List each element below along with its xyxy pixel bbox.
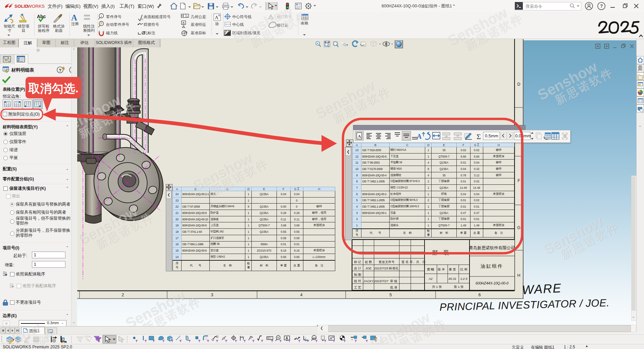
- svg-text:2: 2: [122, 293, 124, 297]
- svg-text:重 量: 重 量: [449, 267, 456, 271]
- svg-text:年、月、日: 年、月、日: [410, 260, 426, 264]
- svg-text:共 1 张: 共 1 张: [432, 285, 442, 289]
- svg-text:签 名: 签 名: [401, 260, 409, 264]
- svg-text:标准化: 标准化: [389, 266, 399, 270]
- svg-text:制 图: 制 图: [354, 273, 361, 276]
- svg-text:青岛新思诺软件有限公司: 青岛新思诺软件有限公司: [469, 246, 515, 250]
- svg-text:Abc: Abc: [37, 14, 46, 19]
- svg-text:A: A: [71, 13, 77, 22]
- svg-text:A: A: [330, 337, 332, 340]
- svg-text:6: 6: [479, 293, 481, 297]
- svg-text:5: 5: [390, 293, 392, 297]
- svg-text:A: A: [215, 15, 218, 20]
- svg-text:A: A: [183, 21, 185, 25]
- svg-text:批 准: 批 准: [390, 286, 397, 289]
- svg-text:A: A: [417, 133, 422, 140]
- svg-text:2023/7/25: 2023/7/25: [374, 266, 389, 270]
- svg-text:SOLID: SOLID: [14, 4, 29, 9]
- svg-text:工 艺: 工 艺: [354, 286, 361, 289]
- svg-text:比 例: 比 例: [460, 267, 467, 271]
- svg-text:D: D: [517, 82, 520, 87]
- svg-text:图 幅: 图 幅: [427, 267, 434, 271]
- svg-text:设 计: 设 计: [354, 266, 361, 270]
- svg-text:3: 3: [211, 293, 213, 297]
- svg-text:H: H: [517, 273, 520, 278]
- svg-text:A2: A2: [428, 277, 433, 280]
- svg-text:600HZ44X-10Q-00-0: 600HZ44X-10Q-00-0: [476, 281, 508, 285]
- svg-text:F: F: [517, 178, 520, 183]
- svg-text:A: A: [286, 336, 288, 340]
- svg-text:?: ?: [59, 68, 61, 73]
- svg-text:更改文件号: 更改文件号: [379, 260, 395, 264]
- svg-text:AAA: AAA: [84, 14, 90, 17]
- svg-text:部 装: 部 装: [432, 250, 451, 256]
- svg-text:标 记: 标 记: [354, 260, 361, 264]
- svg-text:1: 1: [101, 15, 102, 18]
- svg-text:4: 4: [300, 293, 303, 297]
- svg-text:A1: A1: [185, 31, 188, 33]
- svg-text:?: ?: [600, 3, 603, 9]
- svg-text:AT: AT: [313, 337, 316, 340]
- svg-text:校 对: 校 对: [354, 279, 361, 283]
- svg-text:2023/7/27: 2023/7/27: [374, 279, 389, 283]
- svg-text:JACKY.: JACKY.: [363, 279, 374, 283]
- svg-text:G: G: [517, 225, 521, 230]
- svg-text:A: A: [358, 134, 361, 139]
- svg-text:处 数: 处 数: [365, 260, 372, 264]
- svg-text:40.31: 40.31: [448, 277, 456, 280]
- svg-text:N: N: [277, 336, 279, 339]
- svg-text:审 核: 审 核: [390, 279, 397, 283]
- svg-text:WORKS: WORKS: [28, 4, 45, 9]
- svg-text:1: 1: [187, 15, 188, 18]
- svg-text:版 本: 版 本: [438, 267, 445, 271]
- svg-text:0.03mm: 0.03mm: [515, 133, 531, 138]
- svg-text:JOE.: JOE.: [365, 266, 372, 270]
- svg-text:油缸组件: 油缸组件: [481, 263, 503, 269]
- svg-text:0.5mm: 0.5mm: [485, 133, 498, 138]
- svg-text:Σ: Σ: [477, 132, 481, 141]
- svg-text:1:2.5: 1:2.5: [460, 277, 467, 280]
- svg-text:AAA: AAA: [84, 17, 90, 20]
- svg-text:第 1 张: 第 1 张: [454, 285, 464, 289]
